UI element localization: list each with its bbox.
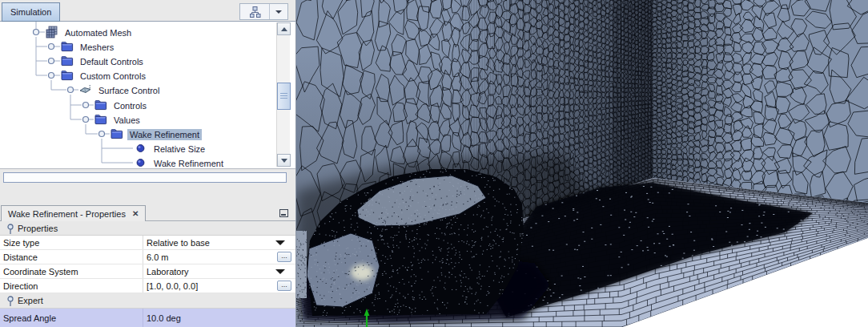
tree-item-wake-refinement[interactable]: Wake Refinement xyxy=(111,127,202,141)
tree-item-label: Meshers xyxy=(78,42,116,53)
tab-wake-refinement-properties[interactable]: Wake Refinement - Properties ✕ xyxy=(1,205,146,221)
tree-item-label: Wake Refinement xyxy=(127,129,202,140)
tree-toolbar xyxy=(239,3,288,20)
folder-icon xyxy=(61,55,74,68)
folder-icon xyxy=(61,70,74,83)
tree-item-label: Default Controls xyxy=(78,56,146,67)
group-header-label: Expert xyxy=(18,296,43,305)
tree-item-label: Custom Controls xyxy=(78,71,148,82)
tree-item-label: Automated Mesh xyxy=(62,27,134,38)
property-label: Spread Angle xyxy=(3,313,56,323)
folder-icon xyxy=(111,128,123,141)
folder-icon xyxy=(94,114,107,127)
tree-item-controls[interactable]: Controls xyxy=(94,99,149,112)
tree-item-meshers[interactable]: Meshers xyxy=(61,40,116,54)
mesh-scene xyxy=(296,0,868,327)
tree-item-relative-size[interactable]: Relative Size xyxy=(135,142,207,155)
tree-item-values[interactable]: Values xyxy=(94,113,143,127)
simulation-tabbar: Simulation xyxy=(0,0,295,22)
tree-item-label: Relative Size xyxy=(151,143,207,155)
value-node-icon xyxy=(135,157,147,169)
starccm-window: Simulation Automated Mesh M xyxy=(0,0,868,327)
property-value[interactable]: 6.0 m xyxy=(147,252,169,262)
scroll-down-icon[interactable] xyxy=(277,154,291,167)
property-row-coordinate-system: Coordinate SystemLaboratory xyxy=(0,264,295,279)
property-value[interactable]: [1.0, 0.0, 0.0] xyxy=(147,281,198,291)
tree-item-label: Values xyxy=(111,115,143,126)
tree-item-label: Controls xyxy=(111,100,149,111)
dropdown-arrow-icon[interactable] xyxy=(275,269,285,274)
property-label: Distance xyxy=(3,252,38,262)
hierarchy-icon[interactable] xyxy=(240,4,270,19)
property-label: Size type xyxy=(3,238,39,248)
column-divider xyxy=(143,309,143,327)
group-header-properties[interactable]: Properties xyxy=(0,221,295,236)
group-header-label: Properties xyxy=(18,224,58,233)
tree-item-wake-refinement[interactable]: Wake Refinement xyxy=(135,156,226,168)
3d-viewport[interactable] xyxy=(296,0,868,327)
scroll-up-icon[interactable] xyxy=(277,22,291,35)
property-row-direction: Direction[1.0, 0.0, 0.0]... xyxy=(0,279,295,293)
property-row-distance: Distance6.0 m... xyxy=(0,250,295,264)
column-divider xyxy=(143,250,143,264)
value-node-icon xyxy=(135,143,147,155)
column-divider xyxy=(143,264,143,278)
ellipsis-button[interactable]: ... xyxy=(277,281,291,291)
properties-tabbar: Wake Refinement - Properties ✕ xyxy=(0,204,295,221)
scrollbar-thumb[interactable] xyxy=(277,83,291,110)
property-label: Coordinate System xyxy=(3,267,78,277)
column-divider xyxy=(143,279,143,293)
tree-item-label: Surface Control xyxy=(96,85,162,96)
tree-scrollbar[interactable] xyxy=(276,22,290,167)
group-header-expert[interactable]: Expert xyxy=(0,293,295,309)
property-row-size-type: Size typeRelative to base xyxy=(0,236,295,250)
close-icon[interactable]: ✕ xyxy=(132,209,139,218)
property-value[interactable]: 10.0 deg xyxy=(147,313,181,323)
dropdown-arrow-icon[interactable] xyxy=(275,240,285,245)
simulation-panel: Simulation Automated Mesh M xyxy=(0,0,296,327)
tab-simulation[interactable]: Simulation xyxy=(2,2,60,22)
property-value[interactable]: Relative to base xyxy=(147,238,210,248)
tree-item-surface-control[interactable]: Surface Control xyxy=(79,83,162,97)
tree-filter-input[interactable] xyxy=(3,172,287,183)
folder-icon xyxy=(61,41,74,54)
chevron-down-icon[interactable] xyxy=(270,10,287,14)
properties-table: PropertiesSize typeRelative to baseDista… xyxy=(0,221,295,327)
tree-item-custom-controls[interactable]: Custom Controls xyxy=(61,69,148,83)
property-label: Direction xyxy=(3,281,38,291)
simulation-tree[interactable]: Automated Mesh Meshers Default Controls … xyxy=(0,22,295,168)
column-divider xyxy=(143,236,143,249)
minimize-icon[interactable] xyxy=(279,209,288,217)
tree-item-automated-mesh[interactable]: Automated Mesh xyxy=(46,26,134,39)
tree-item-label: Wake Refinement xyxy=(151,158,226,169)
mesh-continuum-icon xyxy=(46,26,58,39)
surface-control-icon xyxy=(79,84,92,97)
filter-panel xyxy=(0,168,295,204)
property-row-spread-angle: Spread Angle10.0 deg xyxy=(0,309,295,327)
folder-icon xyxy=(94,99,107,112)
properties-tab-label: Wake Refinement - Properties xyxy=(8,209,126,219)
ellipsis-button[interactable]: ... xyxy=(277,252,291,262)
tree-item-default-controls[interactable]: Default Controls xyxy=(61,54,146,68)
property-value[interactable]: Laboratory xyxy=(147,267,189,277)
